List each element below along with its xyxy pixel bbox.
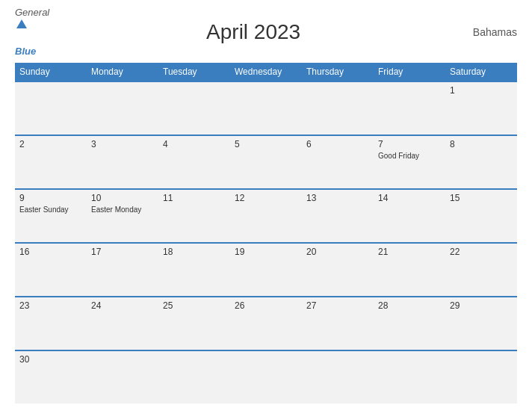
day-number: 21	[378, 247, 441, 257]
day-number: 1	[450, 85, 513, 96]
day-number: 22	[450, 247, 513, 257]
day-number: 14	[378, 193, 441, 203]
day-number: 29	[450, 300, 513, 311]
calendar-cell	[445, 351, 517, 404]
calendar-cell: 13	[302, 190, 374, 242]
day-number: 19	[235, 247, 297, 257]
calendar-cell	[374, 351, 445, 404]
day-number: 20	[306, 247, 369, 257]
calendar-cell: 22	[445, 244, 517, 296]
country-label: Bahamas	[457, 26, 517, 38]
calendar-cell: 19	[230, 244, 302, 296]
weekday-header-saturday: Saturday	[445, 63, 517, 81]
calendar-cell: 3	[87, 136, 158, 188]
calendar-cell: 17	[87, 244, 158, 296]
calendar-row-3: 16171819202122	[15, 242, 517, 296]
calendar-cell: 26	[230, 297, 302, 350]
day-number: 12	[235, 193, 297, 203]
calendar-cell	[87, 351, 158, 404]
calendar-cell: 27	[302, 297, 374, 350]
calendar-header: SundayMondayTuesdayWednesdayThursdayFrid…	[15, 63, 517, 81]
day-number: 27	[306, 300, 369, 311]
calendar-row-2: 9Easter Sunday10Easter Monday1112131415	[15, 188, 517, 242]
day-number: 5	[235, 139, 297, 149]
calendar-cell: 23	[15, 297, 87, 350]
day-number: 24	[91, 300, 154, 311]
calendar-body: 1234567Good Friday89Easter Sunday10Easte…	[15, 81, 517, 404]
calendar-cell	[230, 351, 302, 404]
calendar-cell: 30	[15, 351, 87, 404]
calendar-cell	[87, 82, 158, 135]
weekday-header-wednesday: Wednesday	[230, 63, 302, 81]
calendar-cell	[158, 351, 230, 404]
calendar-cell: 28	[374, 297, 445, 350]
day-number: 3	[91, 139, 154, 149]
header: General Blue April 2023 Bahamas	[15, 7, 517, 57]
day-number: 30	[19, 354, 82, 365]
calendar-cell	[230, 82, 302, 135]
calendar-cell: 15	[445, 190, 517, 242]
calendar-cell: 16	[15, 244, 87, 296]
day-number: 10	[91, 193, 154, 203]
calendar-cell: 14	[374, 190, 445, 242]
calendar-cell	[158, 82, 230, 135]
day-number: 11	[163, 193, 226, 203]
calendar-cell: 8	[445, 136, 517, 188]
day-number: 9	[19, 193, 82, 203]
holiday-label: Easter Sunday	[19, 205, 82, 214]
day-number: 28	[378, 300, 441, 311]
day-number: 8	[450, 139, 513, 149]
calendar-cell: 20	[302, 244, 374, 296]
logo-triangle-icon	[16, 19, 27, 28]
page: General Blue April 2023 Bahamas SundayMo…	[0, 0, 532, 411]
calendar-cell: 25	[158, 297, 230, 350]
calendar-cell	[374, 82, 445, 135]
calendar-cell: 4	[158, 136, 230, 188]
calendar-cell: 9Easter Sunday	[15, 190, 87, 242]
month-title: April 2023	[49, 20, 457, 44]
calendar-cell: 2	[15, 136, 87, 188]
logo: General Blue	[15, 7, 49, 57]
day-number: 13	[306, 193, 369, 203]
calendar-row-4: 23242526272829	[15, 296, 517, 350]
calendar-cell: 24	[87, 297, 158, 350]
calendar-cell: 1	[445, 82, 517, 135]
logo-general-text: General	[15, 7, 49, 18]
day-number: 23	[19, 300, 82, 311]
calendar-cell: 11	[158, 190, 230, 242]
weekday-header-monday: Monday	[87, 63, 158, 81]
calendar-cell	[302, 82, 374, 135]
weekday-header-tuesday: Tuesday	[158, 63, 230, 81]
day-number: 25	[163, 300, 226, 311]
calendar-cell: 10Easter Monday	[87, 190, 158, 242]
weekday-header-thursday: Thursday	[302, 63, 374, 81]
day-number: 26	[235, 300, 297, 311]
calendar-cell: 18	[158, 244, 230, 296]
calendar-row-0: 1	[15, 81, 517, 135]
day-number: 18	[163, 247, 226, 257]
calendar-cell: 21	[374, 244, 445, 296]
calendar-cell: 29	[445, 297, 517, 350]
holiday-label: Easter Monday	[91, 205, 154, 214]
calendar-row-5: 30	[15, 350, 517, 404]
calendar-cell	[302, 351, 374, 404]
calendar-cell	[15, 82, 87, 135]
weekday-header-friday: Friday	[374, 63, 445, 81]
day-number: 2	[19, 139, 82, 149]
calendar-cell: 5	[230, 136, 302, 188]
calendar-cell: 6	[302, 136, 374, 188]
calendar-row-1: 234567Good Friday8	[15, 135, 517, 188]
day-number: 15	[450, 193, 513, 203]
day-number: 16	[19, 247, 82, 257]
day-number: 17	[91, 247, 154, 257]
day-number: 4	[163, 139, 226, 149]
day-number: 6	[306, 139, 369, 149]
day-number: 7	[378, 139, 441, 149]
logo-blue-text: Blue	[15, 46, 36, 57]
weekday-header-sunday: Sunday	[15, 63, 87, 81]
holiday-label: Good Friday	[378, 151, 441, 161]
calendar-cell: 12	[230, 190, 302, 242]
calendar: SundayMondayTuesdayWednesdayThursdayFrid…	[15, 63, 517, 404]
calendar-cell: 7Good Friday	[374, 136, 445, 188]
